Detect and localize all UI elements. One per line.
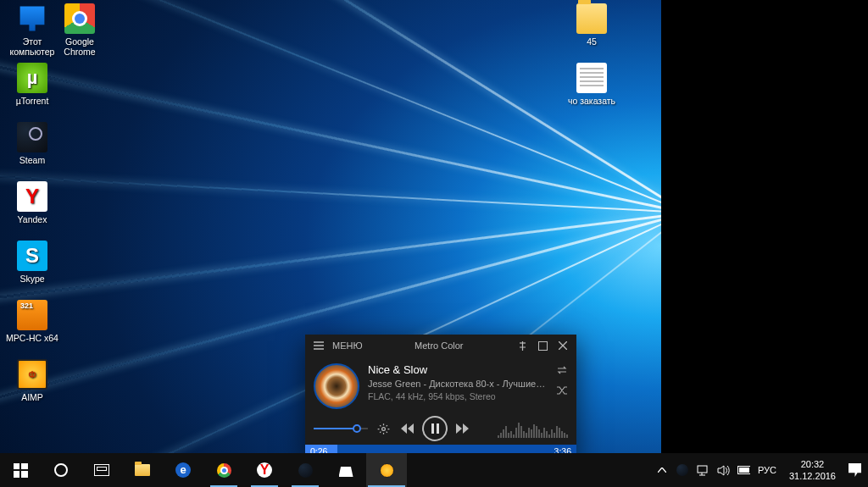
cortana-button[interactable] — [41, 453, 81, 487]
steam-button[interactable] — [285, 453, 326, 487]
utorrent-icon[interactable]: µµTorrent — [3, 63, 61, 106]
aimp-player-window[interactable]: МЕНЮ Metro Color Nice & Slow Jesse Green… — [305, 335, 576, 458]
desktop-icon-label: µTorrent — [3, 96, 61, 106]
tray-time: 20:32 — [789, 458, 836, 470]
folder-glyph-icon — [576, 3, 607, 34]
tray-clock[interactable]: 20:32 31.12.2016 — [784, 458, 841, 482]
txt-file-icon[interactable]: чо заказать — [563, 63, 620, 106]
pin-icon[interactable] — [512, 335, 532, 356]
track-artist: Jesse Green - Дискотека 80-х - Лучшие Di… — [368, 379, 548, 389]
desktop-icon-label: Skype — [3, 274, 61, 284]
desktop-icon-label: Google Chrome — [51, 36, 108, 57]
settings-icon[interactable] — [375, 420, 392, 437]
volume-slider[interactable] — [314, 422, 368, 435]
action-center-icon[interactable] — [849, 464, 861, 477]
tray-volume-icon[interactable] — [717, 464, 730, 477]
tray-network-icon[interactable] — [697, 464, 709, 477]
taskbar[interactable]: eY РУС 20:32 31.12.2016 — [0, 453, 868, 487]
player-titlebar[interactable]: МЕНЮ Metro Color — [305, 335, 576, 357]
file-explorer-button[interactable] — [122, 453, 163, 487]
aimp-icon[interactable]: ФAIMP — [3, 359, 61, 402]
desktop-icon-label: 45 — [563, 36, 620, 47]
steam-icon[interactable]: Steam — [3, 122, 61, 165]
desktop[interactable]: Этот компьютерGoogle ChromeµµTorrentStea… — [0, 0, 868, 487]
store-button[interactable] — [326, 453, 366, 487]
repeat-icon[interactable] — [556, 365, 568, 377]
track-title: Nice & Slow — [368, 363, 548, 376]
tray-date: 31.12.2016 — [789, 470, 836, 482]
shuffle-icon[interactable] — [556, 385, 568, 397]
utorrent-glyph-icon: µ — [17, 63, 47, 93]
desktop-icon-label: чо заказать — [563, 96, 620, 106]
yandex-button[interactable]: Y — [244, 453, 285, 487]
mpc-glyph-icon — [17, 300, 47, 330]
track-format: FLAC, 44 kHz, 954 kbps, Stereo — [368, 391, 548, 401]
skype-icon[interactable]: SSkype — [3, 241, 61, 284]
player-skin-title: Metro Color — [366, 340, 512, 351]
yandex-glyph-icon: Y — [17, 181, 47, 212]
desktop-icon-label: AIMP — [3, 392, 61, 402]
svg-rect-2 — [698, 466, 707, 473]
tray-chevron-up-icon[interactable] — [656, 464, 669, 477]
menu-label[interactable]: МЕНЮ — [329, 335, 366, 356]
yandex-icon[interactable]: YYandex — [3, 181, 61, 224]
txt-glyph-icon — [576, 63, 607, 93]
svg-rect-0 — [538, 341, 547, 350]
close-icon[interactable] — [553, 335, 573, 356]
tray-battery-icon[interactable] — [737, 464, 750, 477]
minimize-icon[interactable] — [532, 335, 553, 356]
pause-button[interactable] — [422, 416, 448, 441]
tray-steam-icon[interactable] — [676, 464, 689, 477]
prev-icon[interactable] — [398, 420, 415, 437]
skype-glyph-icon: S — [17, 241, 47, 271]
edge-button[interactable]: e — [163, 453, 203, 487]
steam-glyph-icon — [17, 122, 47, 152]
desktop-icon-label: Steam — [3, 155, 61, 165]
pc-glyph-icon — [17, 3, 47, 34]
desktop-icon-label: MPC-HC x64 — [3, 333, 61, 343]
mpc-icon[interactable]: MPC-HC x64 — [3, 300, 61, 343]
svg-point-1 — [381, 427, 385, 430]
tray-language[interactable]: РУС — [758, 465, 776, 475]
aimp-button[interactable] — [366, 453, 407, 487]
desktop-icon-label: Yandex — [3, 214, 61, 224]
svg-rect-5 — [739, 468, 749, 473]
spectrum-visualizer — [498, 419, 568, 438]
chrome-button[interactable] — [203, 453, 244, 487]
hamburger-icon[interactable] — [309, 335, 329, 356]
system-tray[interactable]: РУС 20:32 31.12.2016 — [649, 458, 868, 482]
chrome-glyph-icon — [64, 3, 95, 34]
start-button[interactable] — [0, 453, 41, 487]
chrome-icon[interactable]: Google Chrome — [51, 3, 108, 57]
album-art[interactable] — [314, 363, 359, 409]
aimp-glyph-icon: Ф — [17, 359, 47, 390]
next-icon[interactable] — [454, 420, 471, 437]
taskview-button[interactable] — [81, 453, 122, 487]
folder-45-icon[interactable]: 45 — [563, 3, 620, 47]
